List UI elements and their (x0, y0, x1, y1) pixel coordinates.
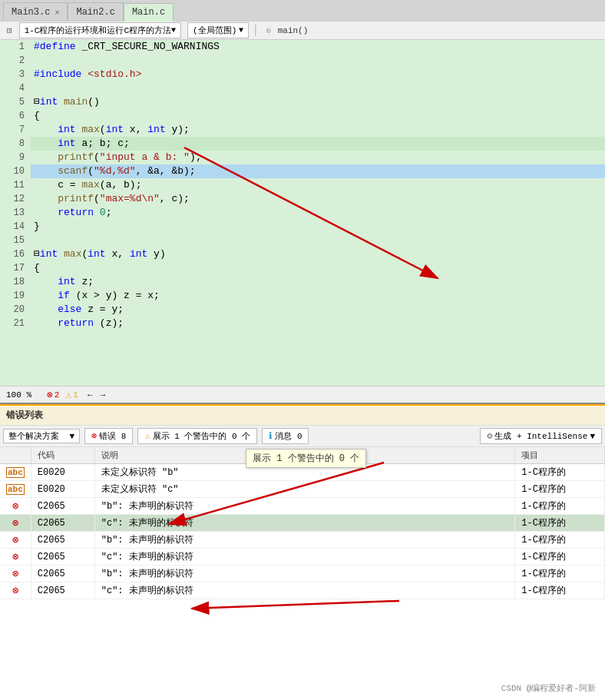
svg-line-5 (192, 601, 399, 609)
code-line-10: 10 scanf("%d,%d", &a, &b); (0, 164, 605, 178)
line-content-6: { (31, 109, 605, 123)
error-icon-cell: ⊗ (0, 566, 31, 582)
line-num-18: 18 (0, 275, 31, 289)
warning-tooltip: 展示 1 个警告中的 0 个 (246, 449, 366, 468)
line-content-2 (31, 54, 605, 68)
table-row[interactable]: ⊗ C2065 "c": 未声明的标识符 1-C程序的 (0, 582, 605, 599)
toolbar-scope-arrow: ▼ (239, 26, 243, 35)
warning-btn-label: 展示 1 个警告中的 0 个 (153, 430, 251, 442)
line-content-9: printf("input a & b: "); (31, 151, 605, 164)
toolbar-project-label: 1-C程序的运行环境和运行C程序的方法 (25, 25, 171, 36)
line-content-11: c = max(a, b); (31, 178, 605, 192)
col-icon (0, 447, 31, 464)
line-num-4: 4 (0, 81, 31, 95)
line-content-4 (31, 81, 605, 95)
error-project-cell: 1-C程序的 (515, 481, 605, 498)
status-bar: 100 % ⊗ 2 ⚠ 1 ← → (0, 386, 605, 404)
tab-mainc[interactable]: Main.c (124, 3, 174, 22)
error-row-icon: ⊗ (12, 551, 18, 563)
tab-main3c[interactable]: Main3.c ✕ (3, 2, 68, 21)
table-row[interactable]: abc E0020 未定义标识符 "c" 1-C程序的 (0, 481, 605, 498)
error-table[interactable]: 代码 说明 项目 abc E0020 未定义标识符 "b" 1-C程序的 abc… (0, 447, 605, 665)
line-num-17: 17 (0, 261, 31, 275)
code-line-13: 13 return 0; (0, 206, 605, 220)
table-row[interactable]: ⊗ C2065 "c": 未声明的标识符 1-C程序的 (0, 515, 605, 532)
line-content-19: if (x > y) z = x; (31, 289, 605, 303)
code-line-5: 5 ⊟int main() (0, 95, 605, 109)
code-line-1: 1 #define _CRT_SECURE_NO_WARNINGS (0, 40, 605, 54)
error-desc-cell: "b": 未声明的标识符 (94, 532, 515, 549)
table-row[interactable]: ⊗ C2065 "c": 未声明的标识符 1-C程序的 (0, 549, 605, 566)
error-icon-cell: ⊗ (0, 532, 31, 549)
code-line-15: 15 (0, 234, 605, 247)
toolbar-scope-select[interactable]: (全局范围) ▼ (187, 22, 249, 38)
line-content-3: #include <stdio.h> (31, 68, 605, 81)
code-line-4: 4 (0, 81, 605, 95)
toolbar-func-label: main() (278, 26, 309, 35)
line-num-14: 14 (0, 220, 31, 234)
error-project-cell: 1-C程序的 (515, 464, 605, 481)
line-num-9: 9 (0, 151, 31, 164)
error-panel: 错误列表 整个解决方案 ▼ ⊗ 错误 8 ⚠ 展示 1 个警告中的 0 个 ℹ … (0, 404, 605, 665)
code-line-3: 3 #include <stdio.h> (0, 68, 605, 81)
code-line-11: 11 c = max(a, b); (0, 178, 605, 192)
tab-main3c-close[interactable]: ✕ (55, 8, 59, 17)
warning-tooltip-text: 展示 1 个警告中的 0 个 (253, 453, 359, 464)
project-icon: ⊡ (7, 25, 12, 35)
toolbar-divider: | (252, 24, 260, 38)
error-icon-cell: ⊗ (0, 515, 31, 532)
info-btn-label: 消息 0 (275, 430, 302, 442)
nav-right-icon[interactable]: → (97, 390, 108, 400)
col-project[interactable]: 项目 (515, 447, 605, 464)
error-btn-build[interactable]: ⚙ 生成 + IntelliSense ▼ (480, 428, 602, 444)
error-row-icon: ⊗ (12, 517, 18, 529)
error-project-cell: 1-C程序的 (515, 532, 605, 549)
error-btn-messages[interactable]: ℹ 消息 0 (262, 428, 309, 444)
line-num-13: 13 (0, 206, 31, 220)
toolbar-func-icon: ⊙ (263, 24, 275, 38)
line-num-7: 7 (0, 123, 31, 137)
status-error-count: ⊗ 2 (47, 389, 59, 401)
error-btn-warnings[interactable]: ⚠ 展示 1 个警告中的 0 个 (137, 428, 257, 444)
error-count-label: 2 (55, 390, 60, 400)
code-line-6: 6 { (0, 109, 605, 123)
status-nav[interactable]: ← → (84, 390, 108, 400)
table-row[interactable]: ⊗ C2065 "b": 未声明的标识符 1-C程序的 (0, 498, 605, 515)
code-line-8: 8 int a; b; c; (0, 137, 605, 151)
error-icon-cell: ⊗ (0, 498, 31, 515)
nav-left-icon[interactable]: ← (84, 390, 96, 400)
table-row[interactable]: ⊗ C2065 "b": 未声明的标识符 1-C程序的 (0, 532, 605, 549)
error-code-cell: C2065 (31, 498, 94, 515)
error-panel-title: 错误列表 (0, 406, 605, 426)
error-code-cell: E0020 (31, 481, 94, 498)
line-content-7: int max(int x, int y); (31, 123, 605, 137)
error-filter-select[interactable]: 整个解决方案 ▼ (3, 429, 80, 443)
toolbar-scope-label: (全局范围) (193, 25, 236, 36)
tab-main2c[interactable]: Main2.c (68, 2, 123, 21)
toolbar-icon-project[interactable]: ⊡ (3, 23, 16, 38)
abc-icon: abc (6, 467, 25, 478)
build-btn-arrow: ▼ (590, 432, 595, 441)
error-desc-cell: "b": 未声明的标识符 (94, 498, 515, 515)
error-code-cell: C2065 (31, 566, 94, 582)
line-num-12: 12 (0, 192, 31, 206)
warning-count-label: 1 (73, 390, 78, 400)
line-content-5: ⊟int main() (31, 95, 605, 109)
line-content-10: scanf("%d,%d", &a, &b); (31, 164, 605, 178)
code-editor[interactable]: 1 #define _CRT_SECURE_NO_WARNINGS 2 3 #i… (0, 40, 605, 386)
error-list-table: 代码 说明 项目 abc E0020 未定义标识符 "b" 1-C程序的 abc… (0, 447, 605, 599)
line-content-13: return 0; (31, 206, 605, 220)
info-btn-icon: ℹ (269, 430, 273, 442)
error-filter-label: 整个解决方案 (8, 430, 59, 442)
error-desc-cell: "b": 未声明的标识符 (94, 566, 515, 582)
code-line-20: 20 else z = y; (0, 303, 605, 317)
toolbar-project-dropdown[interactable]: 1-C程序的运行环境和运行C程序的方法 ▼ (19, 22, 181, 38)
error-project-cell: 1-C程序的 (515, 582, 605, 599)
error-btn-errors[interactable]: ⊗ 错误 8 (84, 428, 133, 444)
line-content-20: else z = y; (31, 303, 605, 317)
error-project-cell: 1-C程序的 (515, 566, 605, 582)
error-filter-arrow: ▼ (69, 432, 74, 441)
table-row[interactable]: ⊗ C2065 "b": 未声明的标识符 1-C程序的 (0, 566, 605, 582)
error-code-cell: C2065 (31, 515, 94, 532)
col-code[interactable]: 代码 (31, 447, 94, 464)
